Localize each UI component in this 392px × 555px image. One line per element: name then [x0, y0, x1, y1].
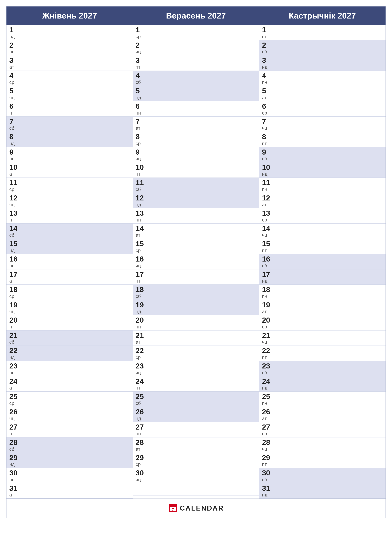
- day-number-october-5: 5: [262, 87, 383, 95]
- day-name-october-21: чц: [262, 339, 383, 345]
- day-name-september-16: чц: [136, 263, 256, 268]
- day-row-september-11: 11сб: [133, 178, 259, 193]
- day-row-august-20: 20пт: [7, 315, 133, 330]
- day-name-august-15: нд: [9, 248, 130, 253]
- day-number-september-21: 21: [136, 331, 256, 340]
- day-name-september-18: сб: [136, 294, 256, 299]
- day-row-september-18: 18сб: [133, 285, 259, 300]
- day-name-august-27: пт: [9, 431, 130, 436]
- day-number-october-31: 31: [262, 484, 383, 492]
- day-row-august-9: 9пн: [7, 147, 133, 162]
- day-row-october-21: 21чц: [259, 330, 385, 346]
- day-name-september-20: пн: [136, 324, 256, 329]
- day-row-august-31: 31ат: [7, 483, 133, 499]
- day-name-september-26: нд: [136, 416, 256, 421]
- day-name-august-16: пн: [9, 263, 130, 268]
- day-row-september-21: 21ат: [133, 330, 259, 346]
- day-name-august-28: сб: [9, 446, 130, 452]
- day-name-october-1: пт: [262, 34, 383, 39]
- day-name-august-26: чц: [9, 416, 130, 421]
- day-row-august-1: 1нд: [7, 25, 133, 40]
- day-name-october-31: нд: [262, 492, 383, 497]
- day-number-september-7: 7: [136, 117, 256, 126]
- day-number-october-18: 18: [262, 285, 383, 294]
- day-number-september-5: 5: [136, 87, 256, 95]
- day-name-august-20: пт: [9, 324, 130, 329]
- day-name-august-29: нд: [9, 462, 130, 467]
- day-row-october-19: 19ат: [259, 300, 385, 315]
- day-number-october-27: 27: [262, 423, 383, 431]
- day-number-october-14: 14: [262, 225, 383, 233]
- day-number-october-26: 26: [262, 408, 383, 416]
- day-number-september-24: 24: [136, 377, 256, 385]
- day-row-october-29: 29пт: [259, 453, 385, 468]
- month-title-august: Жнівень 2027: [42, 11, 97, 20]
- day-name-september-12: нд: [136, 202, 256, 207]
- day-number-august-11: 11: [9, 179, 130, 187]
- day-name-september-29: ср: [136, 462, 256, 467]
- day-row-september-5: 5нд: [133, 86, 259, 101]
- footer-empty-right: [259, 499, 385, 518]
- day-number-august-24: 24: [9, 377, 130, 385]
- day-name-october-6: ср: [262, 110, 383, 116]
- day-number-september-12: 12: [136, 194, 256, 202]
- day-number-august-3: 3: [9, 56, 130, 64]
- day-name-october-10: нд: [262, 171, 383, 176]
- day-number-september-14: 14: [136, 225, 256, 233]
- day-row-october-3: 3нд: [259, 55, 385, 71]
- day-number-august-23: 23: [9, 362, 130, 370]
- day-number-september-2: 2: [136, 41, 256, 49]
- day-name-august-18: ср: [9, 294, 130, 299]
- day-number-august-9: 9: [9, 148, 130, 156]
- day-number-september-3: 3: [136, 56, 256, 64]
- day-row-october-28: 28чц: [259, 438, 385, 453]
- day-number-august-28: 28: [9, 438, 130, 446]
- day-number-october-13: 13: [262, 209, 383, 217]
- day-row-october-7: 7чц: [259, 117, 385, 132]
- day-row-october-6: 6ср: [259, 101, 385, 117]
- month-column-september: 1ср2чц3пт4сб5нд6пн7ат8ср9чц10пт11сб12нд1…: [133, 25, 259, 498]
- day-row-august-28: 28сб: [7, 438, 133, 453]
- day-row-september-10: 10пт: [133, 162, 259, 178]
- day-row-october-30: 30сб: [259, 468, 385, 483]
- day-name-september-4: сб: [136, 80, 256, 85]
- month-title-october: Кастрычнік 2027: [289, 11, 356, 20]
- day-row-august-26: 26чц: [7, 407, 133, 422]
- day-name-october-15: пт: [262, 248, 383, 253]
- day-number-august-16: 16: [9, 255, 130, 263]
- day-row-september-19: 19нд: [133, 300, 259, 315]
- day-name-october-2: сб: [262, 49, 383, 54]
- day-number-august-27: 27: [9, 423, 130, 431]
- day-row-september-30: 30чц: [133, 468, 259, 483]
- day-number-october-8: 8: [262, 133, 383, 141]
- day-name-august-7: сб: [9, 125, 130, 131]
- day-number-august-2: 2: [9, 41, 130, 49]
- day-number-october-12: 12: [262, 194, 383, 202]
- day-number-september-8: 8: [136, 133, 256, 141]
- day-number-october-1: 1: [262, 26, 383, 34]
- day-name-september-24: пт: [136, 385, 256, 390]
- day-name-september-5: нд: [136, 95, 256, 100]
- logo-cell: 7 CALENDAR: [133, 499, 259, 518]
- day-name-september-27: пн: [136, 431, 256, 436]
- day-number-september-4: 4: [136, 72, 256, 80]
- day-row-august-15: 15нд: [7, 239, 133, 254]
- day-name-august-12: чц: [9, 202, 130, 207]
- day-row-september-26: 26нд: [133, 407, 259, 422]
- day-name-october-7: чц: [262, 125, 383, 131]
- day-name-september-1: ср: [136, 34, 256, 39]
- day-row-august-21: 21сб: [7, 330, 133, 346]
- day-row-september-28: 28ат: [133, 438, 259, 453]
- day-number-august-26: 26: [9, 408, 130, 416]
- day-number-september-9: 9: [136, 148, 256, 156]
- day-name-october-26: ат: [262, 416, 383, 421]
- day-row-october-17: 17нд: [259, 270, 385, 285]
- day-name-october-19: ат: [262, 309, 383, 314]
- day-row-september-6: 6пн: [133, 101, 259, 117]
- day-row-august-17: 17ат: [7, 270, 133, 285]
- day-row-august-13: 13пт: [7, 208, 133, 224]
- day-row-september-29: 29ср: [133, 453, 259, 468]
- day-name-september-14: ат: [136, 232, 256, 238]
- day-name-october-20: ср: [262, 324, 383, 329]
- day-name-august-25: ср: [9, 401, 130, 406]
